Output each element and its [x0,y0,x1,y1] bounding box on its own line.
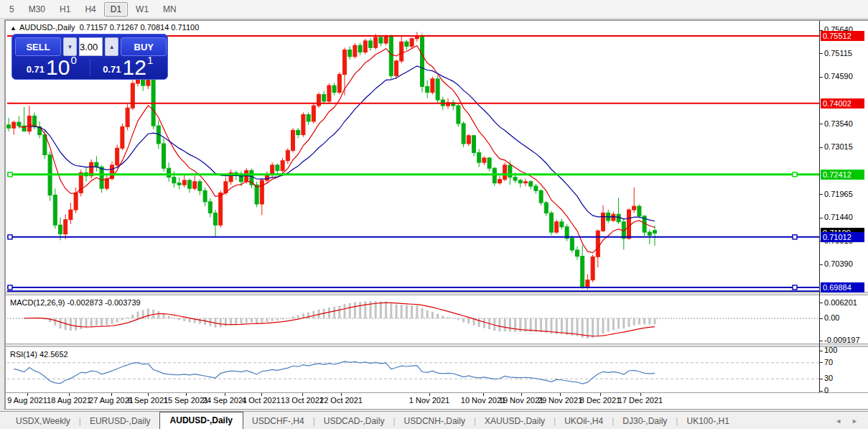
candle-body [7,125,11,128]
one-click-trade-panel: SELL ▼ 3.00 ▲ BUY 0.71 10 0 0.71 12 1 [11,34,168,80]
tab-uk100-h1[interactable]: UK100-,H1 [678,414,737,429]
date-label: 13 Oct 2021 [281,396,324,405]
candle-body [482,158,486,162]
candle-body [400,42,403,61]
trade-panel-toggle-icon[interactable]: ▲ [10,24,17,32]
rsi-tick-mark [819,351,823,351]
candle-body [322,95,326,101]
candle-body [653,231,657,234]
sell-price[interactable]: 0.71 10 0 [15,57,88,78]
hline-handle[interactable] [793,235,797,239]
candle-body [633,206,636,210]
candle-body [379,37,383,43]
candle-body [389,37,393,76]
candle-body [581,257,584,287]
rsi-tick-label: 70 [824,358,833,366]
candle-body [431,79,434,93]
mt4-terminal: { "toolbar": { "timeframes": [ {"label":… [0,0,868,429]
rsi-tick-label: 100 [824,346,837,354]
timeframe-button-5[interactable]: 5 [3,2,21,17]
candle-body [617,214,620,222]
tab-usdcad-daily[interactable]: USDCAD-,Daily [315,414,393,429]
candle-body [95,162,98,167]
price-tick-label: 0.71440 [824,213,853,221]
hline-handle[interactable] [8,172,12,177]
tab-audusd-daily[interactable]: AUDUSD-,Daily [159,412,243,429]
candle-body [59,225,62,234]
tab-usdx-weekly[interactable]: USDX,Weekly [7,414,79,429]
date-label: 22 Oct 2021 [319,396,363,405]
hline-handle[interactable] [8,285,12,290]
candle-body [214,213,218,225]
candle-body [126,108,129,126]
hline-handle[interactable] [8,235,12,239]
price-tick-mark [819,53,823,54]
timeframe-button-m30[interactable]: M30 [22,2,52,17]
macd-tick-label: 0.006201 [824,298,857,307]
candle-body [343,50,347,74]
price-tick-mark [819,77,823,78]
macd-tick-label: 0.00 [824,313,839,322]
sell-price-sup: 0 [70,50,76,71]
tab-scroll-left-icon[interactable]: ◄ [835,418,841,425]
tab-scroll-right-icon[interactable]: ► [851,418,858,425]
candle-body [426,86,429,92]
hline-handle[interactable] [793,172,797,177]
tab-ukoil-h4[interactable]: UKOil-,H4 [556,414,612,429]
rsi-tick-mark [819,379,823,379]
candle-body [100,167,103,188]
sell-button[interactable]: SELL [15,37,61,56]
price-tick-label: 0.73015 [824,142,853,151]
date-label: 27 Aug 2021 [89,396,134,405]
candle-body [177,183,181,185]
macd-tick-mark [819,318,823,319]
timeframe-button-h4[interactable]: H4 [78,2,102,17]
volume-input[interactable]: 3.00 [79,37,103,56]
timeframe-button-h1[interactable]: H1 [53,2,77,17]
candle-body [255,185,258,204]
splitter-main-macd[interactable] [6,292,868,295]
price-tick-label: 0.73540 [824,119,853,128]
timeframe-toolbar: 5M30H1H4D1W1MN [0,0,868,19]
candle-body [162,144,166,168]
candle-body [648,232,651,235]
candle-body [260,180,263,204]
candle-body [529,182,533,186]
buy-button[interactable]: BUY [121,37,167,56]
candle-body [198,182,202,190]
candle-body [477,152,481,162]
candle-body [337,75,341,93]
price-tick-mark [819,264,823,265]
splitter-macd-rsi[interactable] [6,343,868,347]
candle-body [544,203,548,213]
price-tick-label: 0.74590 [824,72,853,80]
price-flag-071012: 0.71012 [821,232,864,242]
date-label: 29 Nov 2021 [538,396,582,405]
tab-scroll-arrows: ◄► [835,418,868,429]
candle-body [395,61,398,76]
candle-body [591,257,594,280]
date-label: 18 Aug 2021 [47,396,91,405]
macd-tick-mark [819,303,823,303]
sell-price-big: 10 [46,58,70,77]
buy-price[interactable]: 0.71 12 1 [92,57,165,78]
candle-body [612,214,615,221]
candle-body [332,86,336,92]
tab-usdchf-h4[interactable]: USDCHF-,H4 [243,414,313,429]
symbol-tabbar: USDX,Weekly|EURUSD-,DailyAUDUSD-,DailyUS… [0,411,868,429]
tab-usdcnh-daily[interactable]: USDCNH-,Daily [396,414,474,429]
rsi-tick-label: 0 [824,386,829,395]
timeframe-button-w1[interactable]: W1 [129,2,155,17]
timeframe-button-mn[interactable]: MN [157,2,183,17]
candle-body [302,115,305,135]
tab-dj30-daily[interactable]: DJ30-,Daily [614,414,676,429]
timeframe-button-d1[interactable]: D1 [104,2,128,17]
candle-body [116,148,119,165]
price-tick-mark [819,218,823,218]
hline-handle[interactable] [793,285,797,290]
price-divider [90,59,90,76]
candle-body [74,193,78,210]
tab-xauusd-daily[interactable]: XAUUSD-,Daily [476,414,554,429]
tab-eurusd-daily[interactable]: EURUSD-,Daily [81,414,159,429]
volume-step-up-icon[interactable]: ▲ [105,37,118,56]
